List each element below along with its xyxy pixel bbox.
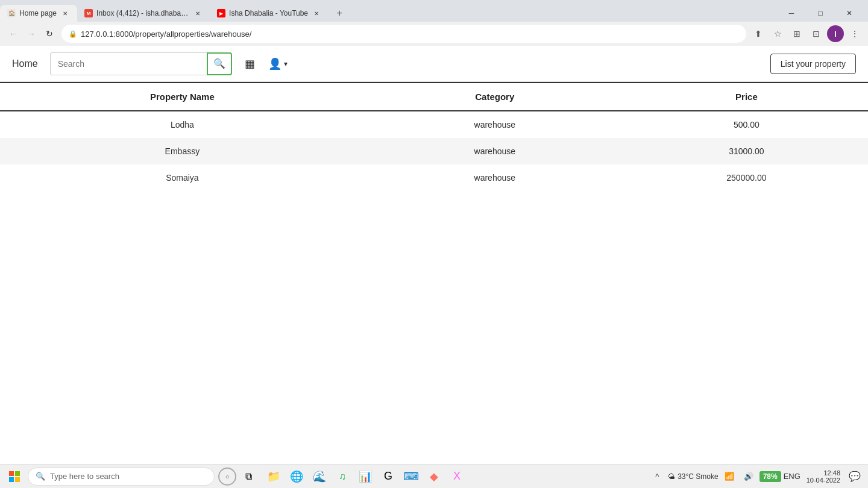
tab-youtube[interactable]: ▶ Isha Dhabalia - YouTube ✕ [210,5,329,22]
tab-gmail[interactable]: M Inbox (4,412) - isha.dhabalia@so... ✕ [77,5,210,22]
browser-menu-button[interactable]: ⋮ [846,25,863,42]
bookmark-button[interactable]: ☆ [769,25,786,42]
minimize-button[interactable]: ─ [778,5,805,22]
forward-button[interactable]: → [23,25,40,42]
figma-button[interactable]: ◆ [423,466,445,487]
table-header-row: Property Name Category Price [0,83,868,111]
table-header: Property Name Category Price [0,83,868,111]
taskbar-right: ^ 🌤 33°C Smoke 📶 🔊 78% ENG 12:48 10-04-2… [649,468,866,485]
chrome-button[interactable]: 🌐 [286,466,307,487]
tab-title-gmail: Inbox (4,412) - isha.dhabalia@so... [96,9,189,17]
language-button[interactable]: ENG [784,468,800,485]
reload-button[interactable]: ↻ [41,25,58,42]
search-button[interactable]: 🔍 [207,52,232,75]
header-category: Category [365,83,625,111]
figma-icon: ◆ [430,470,438,483]
svg-rect-1 [15,471,20,476]
maximize-button[interactable]: □ [807,5,834,22]
chrome-icon: 🌐 [290,470,303,483]
tab-home-page[interactable]: 🏠 Home page ✕ [0,5,77,22]
price-cell: 250000.00 [625,164,868,191]
header-price: Price [625,83,868,111]
category-cell: warehouse [365,138,625,164]
weather-text: 33°C Smoke [678,472,719,481]
taskbar: 🔍 Type here to search ○ ⧉ 📁 🌐 🌊 ♫ 📊 G ⌨ [0,464,868,488]
tab-bar: 🏠 Home page ✕ M Inbox (4,412) - isha.dha… [0,0,868,22]
back-button[interactable]: ← [5,25,22,42]
svg-rect-3 [15,477,20,482]
xd-button[interactable]: X [446,466,468,487]
table-row[interactable]: Lodha warehouse 500.00 [0,111,868,138]
tray-expand-button[interactable]: ^ [649,468,665,485]
clock-date: 10-04-2022 [807,477,840,484]
tab-close-home[interactable]: ✕ [60,8,70,18]
home-link[interactable]: Home [12,58,38,69]
system-tray: ^ 🌤 33°C Smoke 📶 🔊 78% ENG [649,468,800,485]
network-icon[interactable]: 📶 [721,468,738,485]
google-icon: G [384,470,392,483]
edge-button[interactable]: 🌊 [309,466,330,487]
property-name-cell: Lodha [0,111,365,138]
table-row[interactable]: Embassy warehouse 31000.00 [0,138,868,164]
price-cell: 31000.00 [625,138,868,164]
category-cell: warehouse [365,111,625,138]
app-content: Home 🔍 ▦ 👤 ▾ List your property Property… [0,46,868,464]
google-button[interactable]: G [377,466,399,487]
url-text: 127.0.0.1:8000/property/allproperties/wa… [81,30,739,39]
office-icon: 📊 [359,470,372,483]
task-view-icon: ⧉ [245,471,252,482]
edge-icon: 🌊 [313,470,326,483]
tab-title-youtube: Isha Dhabalia - YouTube [229,9,308,17]
header-property-name: Property Name [0,83,365,111]
tab-close-youtube[interactable]: ✕ [312,8,321,18]
user-dropdown-arrow: ▾ [284,60,288,68]
tab-favicon-youtube: ▶ [217,9,225,17]
grid-view-button[interactable]: ▦ [239,53,261,75]
battery-text: 78% [763,472,778,481]
taskbar-search-text: Type here to search [50,472,119,481]
taskbar-clock[interactable]: 12:48 10-04-2022 [804,469,843,484]
table-row[interactable]: Somaiya warehouse 250000.00 [0,164,868,191]
notification-icon: 💬 [849,471,861,482]
extensions-button[interactable]: ⊞ [788,25,805,42]
user-menu-button[interactable]: 👤 ▾ [268,57,288,70]
vscode-icon: ⌨ [403,470,419,483]
notification-button[interactable]: 💬 [846,468,863,485]
window-controls: ─ □ ✕ [778,5,868,22]
split-view-button[interactable]: ⊡ [808,25,825,42]
taskbar-search-icon: 🔍 [36,472,45,481]
cortana-icon: ○ [225,473,230,480]
office-button[interactable]: 📊 [354,466,376,487]
new-tab-button[interactable]: + [331,5,348,22]
task-view-button[interactable]: ⧉ [237,466,259,487]
tab-close-gmail[interactable]: ✕ [193,8,203,18]
security-icon: 🔒 [69,30,77,38]
folder-icon: 📁 [267,470,280,483]
table-body: Lodha warehouse 500.00 Embassy warehouse… [0,111,868,191]
search-input[interactable] [50,52,207,75]
svg-rect-0 [9,471,14,476]
start-button[interactable] [2,466,27,487]
tab-title-home: Home page [19,9,57,17]
vscode-button[interactable]: ⌨ [400,466,422,487]
taskbar-search[interactable]: 🔍 Type here to search [28,468,215,486]
profile-avatar[interactable]: I [827,25,844,42]
clock-time: 12:48 [823,469,840,477]
list-property-button[interactable]: List your property [770,54,856,74]
file-explorer-button[interactable]: 📁 [263,466,285,487]
property-name-cell: Embassy [0,138,365,164]
spotify-button[interactable]: ♫ [332,466,353,487]
url-bar[interactable]: 🔒 127.0.0.1:8000/property/allproperties/… [61,25,746,43]
cortana-button[interactable]: ○ [218,468,236,486]
volume-icon[interactable]: 🔊 [740,468,757,485]
taskbar-app-icons: 📁 🌐 🌊 ♫ 📊 G ⌨ ◆ X [263,466,468,487]
browser-chrome: 🏠 Home page ✕ M Inbox (4,412) - isha.dha… [0,0,868,46]
close-button[interactable]: ✕ [835,5,863,22]
tab-favicon-home: 🏠 [7,9,16,17]
category-cell: warehouse [365,164,625,191]
svg-rect-2 [9,477,14,482]
windows-logo-icon [9,471,20,482]
share-button[interactable]: ⬆ [750,25,767,42]
spotify-icon: ♫ [339,471,346,482]
weather-icon: 🌤 [668,472,675,481]
